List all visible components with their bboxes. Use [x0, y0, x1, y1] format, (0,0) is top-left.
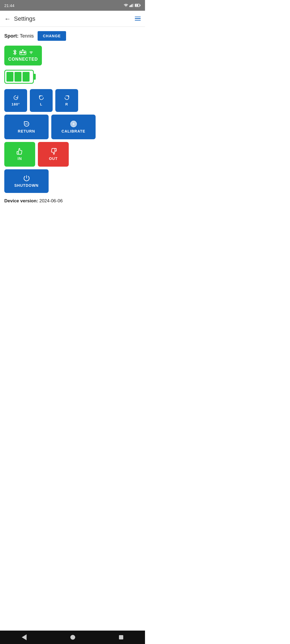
status-time: 21:44: [4, 3, 15, 8]
rotate-l-icon: [38, 95, 44, 101]
page-title: Settings: [14, 15, 135, 22]
connected-label: CONNECTED: [8, 57, 38, 62]
svg-rect-5: [135, 4, 137, 6]
battery-indicator: [4, 70, 34, 84]
action-row-1: 180° L R: [4, 89, 141, 112]
in-button[interactable]: IN: [4, 142, 35, 167]
battery-bar-3: [23, 72, 30, 82]
svg-rect-0: [129, 6, 130, 7]
thumbs-down-icon: [50, 148, 57, 155]
main-content: Sport: Tennis CHANGE: [0, 27, 145, 214]
wifi-icon: [124, 3, 128, 7]
back-button[interactable]: ←: [4, 15, 11, 23]
connected-button[interactable]: CONNECTED: [4, 46, 42, 65]
svg-rect-7: [140, 5, 140, 6]
out-button[interactable]: OUT: [38, 142, 69, 167]
battery-bar-2: [15, 72, 21, 82]
bluetooth-icon: [13, 49, 17, 55]
connected-icons: [13, 49, 34, 55]
return-icon: [23, 120, 30, 127]
calibrate-icon: [70, 120, 77, 127]
menu-line-1: [135, 17, 141, 17]
rotate-180-button[interactable]: 180°: [4, 89, 27, 112]
battery-container: [4, 70, 141, 84]
rotate-180-icon: [13, 95, 19, 101]
menu-line-3: [135, 20, 141, 21]
action-row-3: IN OUT: [4, 142, 141, 167]
svg-rect-10: [24, 52, 25, 53]
device-icon: [19, 49, 27, 55]
svg-point-13: [23, 50, 23, 50]
wifi-small-icon: [29, 50, 34, 54]
svg-rect-2: [132, 4, 132, 7]
calibrate-button[interactable]: CALIBRATE: [51, 115, 96, 139]
svg-rect-1: [130, 5, 131, 7]
action-row-2: RETURN CALIBRATE: [4, 115, 141, 139]
status-icons: [124, 3, 141, 7]
rotate-l-button[interactable]: L: [30, 89, 53, 112]
rotate-r-icon: [64, 95, 70, 101]
battery-bar-1: [6, 72, 13, 82]
sport-row: Sport: Tennis CHANGE: [4, 31, 141, 41]
svg-rect-3: [133, 4, 133, 7]
device-version: Device version: 2024-06-06: [4, 198, 141, 204]
signal-icon: [129, 3, 134, 7]
change-sport-button[interactable]: CHANGE: [38, 31, 66, 41]
menu-line-2: [135, 18, 141, 19]
status-bar: 21:44: [0, 0, 145, 11]
menu-button[interactable]: [135, 17, 141, 21]
battery-status-icon: [135, 3, 141, 7]
power-icon: [23, 175, 30, 182]
rotate-r-button[interactable]: R: [55, 89, 78, 112]
svg-point-17: [73, 123, 74, 124]
svg-rect-9: [20, 52, 22, 53]
svg-rect-6: [137, 4, 138, 6]
return-button[interactable]: RETURN: [4, 115, 49, 139]
action-row-4: SHUTDOWN: [4, 169, 141, 193]
shutdown-button[interactable]: SHUTDOWN: [4, 169, 49, 193]
app-bar: ← Settings: [0, 11, 145, 27]
thumbs-up-icon: [16, 148, 23, 155]
sport-label: Sport: Tennis: [4, 33, 34, 39]
